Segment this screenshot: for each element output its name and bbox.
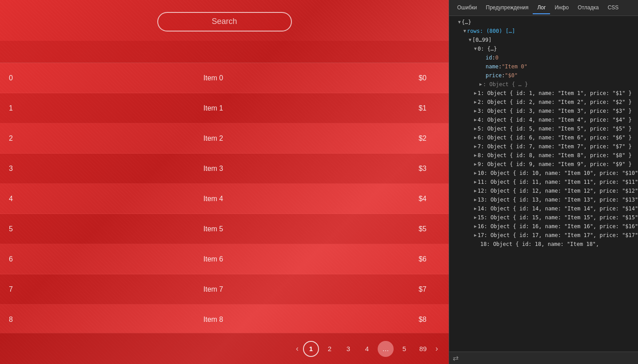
devtools-tab-css[interactable]: CSS [603,2,623,14]
table-row[interactable]: 0 Item 0 $0 [0,63,449,93]
tree-expand-icon[interactable] [463,27,466,35]
tree-expand-icon[interactable] [474,89,477,97]
tree-expand-icon[interactable] [474,142,477,150]
devtools-panel: ОшибкиПредупрежденияЛогИнфоОтладкаCSS {…… [449,0,638,364]
devtools-tree-line: {…} [449,18,638,27]
devtools-tree-line: rows: (800) […] [449,27,638,36]
tree-expand-icon[interactable] [474,98,477,106]
table-body: 0 Item 0 $0 1 Item 1 $1 2 Item 2 $2 3 It… [0,63,449,333]
pagination: ‹1234…589› [0,333,449,364]
table-row[interactable]: 2 Item 2 $2 [0,123,449,154]
tree-expand-icon[interactable] [474,205,477,213]
table-row[interactable]: 8 Item 8 $8 [0,305,449,333]
tree-expand-icon[interactable] [474,187,477,195]
cell-name: Item 3 [76,165,351,173]
tree-expand-icon[interactable] [474,214,477,222]
cell-id: 2 [9,135,76,142]
prev-page-button[interactable]: ‹ [294,344,300,353]
tree-expand-icon[interactable] [474,107,477,115]
tree-expand-icon[interactable] [458,18,461,26]
expand-icon[interactable]: ⇄ [453,354,459,362]
devtools-tree-line: price: "$0" [449,71,638,80]
devtools-tab-предупреждения[interactable]: Предупреждения [482,2,533,14]
main-table-panel: 0 Item 0 $0 1 Item 1 $1 2 Item 2 $2 3 It… [0,0,449,364]
page-button-special[interactable]: … [378,341,394,357]
cell-id: 4 [9,195,76,203]
table-row[interactable]: 4 Item 4 $4 [0,184,449,214]
devtools-tree-line: : Object { … } [449,80,638,89]
table-row[interactable]: 3 Item 3 $3 [0,154,449,184]
cell-price: $4 [351,195,440,203]
cell-id: 5 [9,225,76,233]
table-header [0,41,449,63]
devtools-tab-инфо[interactable]: Инфо [550,2,573,14]
devtools-tree-line: 4: Object { id: 4, name: "Item 4", price… [449,115,638,124]
cell-id: 8 [9,316,76,324]
devtools-tree-line: name: "Item 0" [449,62,638,71]
cell-id: 7 [9,285,76,293]
page-button-5[interactable]: 5 [396,341,412,357]
cell-price: $5 [351,225,440,233]
tree-expand-icon[interactable] [474,125,477,133]
next-page-button[interactable]: › [434,344,440,353]
tree-expand-icon[interactable] [474,151,477,159]
cell-id: 6 [9,255,76,263]
table-row[interactable]: 5 Item 5 $5 [0,214,449,244]
devtools-tab-лог[interactable]: Лог [533,2,550,14]
cell-name: Item 8 [76,316,351,324]
devtools-tree-line: 5: Object { id: 5, name: "Item 5", price… [449,124,638,133]
tree-expand-icon[interactable] [474,134,477,142]
cell-name: Item 4 [76,195,351,203]
devtools-tree-line: 10: Object { id: 10, name: "Item 10", pr… [449,169,638,178]
page-button-4[interactable]: 4 [359,341,375,357]
cell-price: $8 [351,316,440,324]
tree-expand-icon[interactable] [479,80,482,88]
cell-price: $6 [351,255,440,263]
search-input-wrapper [157,12,292,32]
devtools-tab-отладка[interactable]: Отладка [573,2,603,14]
page-button-89[interactable]: 89 [415,341,431,357]
devtools-tree-line: 12: Object { id: 12, name: "Item 12", pr… [449,186,638,195]
devtools-tree-line: 0: {…} [449,44,638,53]
table-row[interactable]: 6 Item 6 $6 [0,244,449,274]
devtools-tree-line: 2: Object { id: 2, name: "Item 2", price… [449,98,638,107]
cell-name: Item 6 [76,255,351,263]
devtools-tree-line: 3: Object { id: 3, name: "Item 3", price… [449,107,638,115]
cell-price: $7 [351,285,440,293]
cell-name: Item 2 [76,135,351,142]
cell-price: $2 [351,135,440,142]
search-input[interactable] [166,17,283,26]
devtools-tree-line: 13: Object { id: 13, name: "Item 13", pr… [449,195,638,204]
devtools-tree-line: 15: Object { id: 15, name: "Item 15", pr… [449,213,638,222]
table-row[interactable]: 1 Item 1 $1 [0,93,449,123]
devtools-tree-line: 14: Object { id: 14, name: "Item 14", pr… [449,204,638,213]
devtools-tree-line: id: 0 [449,53,638,62]
page-button-1[interactable]: 1 [303,341,319,357]
devtools-tree-line: 11: Object { id: 11, name: "Item 11", pr… [449,178,638,186]
devtools-content[interactable]: {…}rows: (800) […][0…99]0: {…}id: 0name:… [449,16,638,352]
devtools-tree-line: 9: Object { id: 9, name: "Item 9", price… [449,160,638,169]
devtools-tabs: ОшибкиПредупрежденияЛогИнфоОтладкаCSS [449,0,638,16]
tree-expand-icon[interactable] [474,178,477,186]
cell-name: Item 7 [76,285,351,293]
tree-expand-icon[interactable] [474,116,477,124]
cell-price: $0 [351,74,440,82]
tree-expand-icon[interactable] [474,222,477,230]
tree-expand-icon[interactable] [474,45,477,53]
page-button-3[interactable]: 3 [340,341,356,357]
devtools-tree-line: 7: Object { id: 7, name: "Item 7", price… [449,142,638,151]
cell-name: Item 0 [76,74,351,82]
tree-expand-icon[interactable] [474,196,477,204]
tree-expand-icon[interactable] [474,160,477,168]
table-row[interactable]: 7 Item 7 $7 [0,274,449,305]
tree-expand-icon[interactable] [474,231,477,239]
tree-expand-icon[interactable] [474,169,477,177]
devtools-tree-line: 6: Object { id: 6, name: "Item 6", price… [449,133,638,142]
devtools-tab-ошибки[interactable]: Ошибки [453,2,482,14]
devtools-tree-line: 8: Object { id: 8, name: "Item 8", price… [449,151,638,160]
page-button-2[interactable]: 2 [322,341,338,357]
devtools-bottom: ⇄ [449,352,638,364]
devtools-tree-line: [0…99] [449,36,638,44]
cell-price: $3 [351,165,440,173]
tree-expand-icon[interactable] [469,36,471,44]
